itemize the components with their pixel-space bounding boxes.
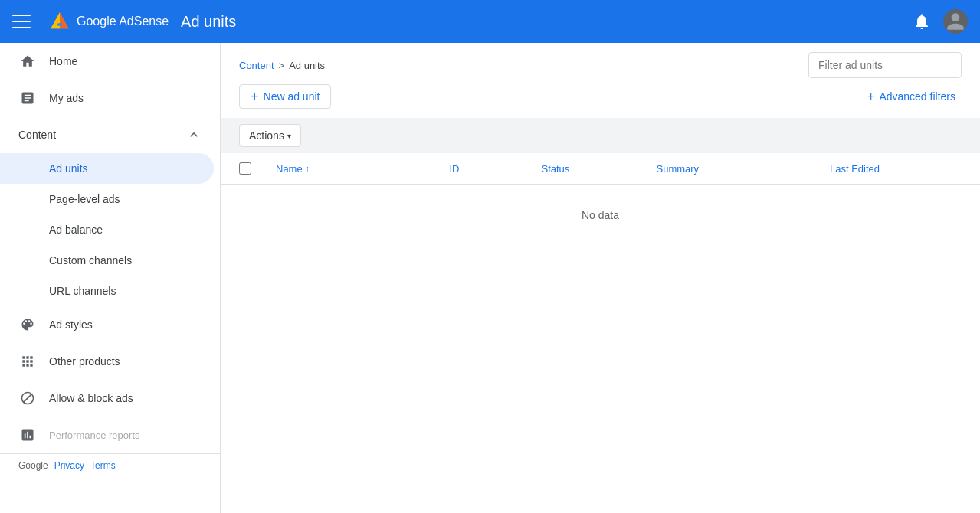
- table-header-status[interactable]: Status: [536, 153, 651, 184]
- my-ads-icon: [18, 89, 37, 107]
- actions-label: Actions: [249, 129, 284, 142]
- last-edited-column-label: Last Edited: [830, 163, 880, 175]
- sidebar-item-performance[interactable]: Performance reports: [0, 417, 214, 453]
- header-actions: [913, 9, 968, 34]
- sidebar-my-ads-label: My ads: [49, 92, 195, 104]
- breadcrumb: Content > Ad units: [239, 60, 325, 71]
- content-chevron-up-icon: [186, 127, 202, 142]
- user-avatar[interactable]: [943, 9, 968, 34]
- sidebar-home-label: Home: [49, 55, 195, 67]
- new-ad-unit-label: New ad unit: [264, 90, 320, 103]
- toolbar-left: + New ad unit: [239, 84, 331, 109]
- sidebar-page-level-label: Page-level ads: [49, 193, 120, 205]
- sidebar-item-url-channels[interactable]: URL channels: [0, 276, 214, 306]
- sidebar-item-ad-units[interactable]: Ad units: [0, 153, 214, 184]
- summary-column-label: Summary: [657, 163, 700, 175]
- sidebar: Home My ads Content Ad units Page-level …: [0, 43, 221, 513]
- notifications-icon[interactable]: [913, 12, 931, 31]
- ad-styles-icon: [18, 315, 37, 334]
- logo-container: Google AdSense: [43, 11, 181, 32]
- home-icon: [18, 52, 37, 70]
- logo-text: Google AdSense: [77, 15, 169, 28]
- footer-brand: Google: [18, 460, 48, 471]
- table-header-name[interactable]: Name ↑: [270, 153, 444, 184]
- table-header: Name ↑ ID Status Summary Last Edited: [221, 153, 980, 185]
- name-column-label: Name: [276, 163, 303, 175]
- page-title: Ad units: [181, 13, 913, 31]
- no-data-text: No data: [582, 209, 619, 221]
- sidebar-url-channels-label: URL channels: [49, 285, 116, 297]
- sidebar-ad-styles-label: Ad styles: [49, 319, 195, 331]
- table-body: No data: [221, 185, 980, 338]
- performance-icon: [18, 426, 37, 444]
- sidebar-custom-channels-label: Custom channels: [49, 254, 132, 266]
- breadcrumb-current: Ad units: [289, 60, 325, 71]
- sidebar-item-home[interactable]: Home: [0, 43, 214, 80]
- actions-bar: Actions ▾: [221, 118, 980, 153]
- name-sort-icon: ↑: [306, 164, 310, 173]
- table-header-summary[interactable]: Summary: [651, 153, 824, 184]
- sidebar-item-page-level-ads[interactable]: Page-level ads: [0, 184, 214, 214]
- actions-chevron-down-icon: ▾: [287, 132, 291, 140]
- allow-block-icon: [18, 389, 37, 407]
- table-header-last-edited[interactable]: Last Edited: [824, 153, 962, 184]
- content-area: Content > Ad units + New ad unit + Advan…: [221, 43, 980, 513]
- select-all-checkbox[interactable]: [239, 162, 251, 175]
- id-column-label: ID: [450, 163, 460, 175]
- plus-icon: +: [251, 90, 259, 103]
- top-header: Google AdSense Ad units: [0, 0, 980, 43]
- status-column-label: Status: [542, 163, 570, 175]
- sidebar-item-ad-balance[interactable]: Ad balance: [0, 214, 214, 245]
- sidebar-allow-block-label: Allow & block ads: [49, 392, 195, 404]
- sidebar-performance-label: Performance reports: [49, 430, 195, 441]
- actions-button[interactable]: Actions ▾: [239, 124, 301, 147]
- filter-input[interactable]: [808, 52, 962, 78]
- sidebar-item-my-ads[interactable]: My ads: [0, 80, 214, 116]
- breadcrumb-bar: Content > Ad units: [221, 43, 980, 78]
- table-header-id[interactable]: ID: [444, 153, 536, 184]
- no-data-message: No data: [221, 185, 980, 246]
- sidebar-content-label: Content: [18, 129, 56, 141]
- sidebar-item-other-products[interactable]: Other products: [0, 343, 214, 380]
- sidebar-ad-balance-label: Ad balance: [49, 224, 103, 236]
- sidebar-item-ad-styles[interactable]: Ad styles: [0, 306, 214, 343]
- advanced-filters-label: Advanced filters: [879, 90, 955, 103]
- advanced-filters-plus-icon: +: [867, 90, 874, 103]
- advanced-filters-button[interactable]: + Advanced filters: [861, 85, 962, 108]
- sidebar-item-custom-channels[interactable]: Custom channels: [0, 245, 214, 276]
- other-products-icon: [18, 352, 37, 371]
- footer-privacy-link[interactable]: Privacy: [54, 460, 84, 471]
- svg-rect-3: [57, 23, 63, 26]
- sidebar-content-section[interactable]: Content: [0, 116, 220, 153]
- table-header-checkbox[interactable]: [239, 153, 270, 184]
- sidebar-footer: Google Privacy Terms: [0, 453, 220, 477]
- hamburger-icon[interactable]: [12, 15, 31, 28]
- toolbar: + New ad unit + Advanced filters: [221, 78, 980, 118]
- sidebar-ad-units-label: Ad units: [49, 162, 88, 175]
- breadcrumb-separator: >: [279, 60, 285, 71]
- new-ad-unit-button[interactable]: + New ad unit: [239, 84, 331, 109]
- sidebar-other-products-label: Other products: [49, 355, 195, 368]
- svg-marker-1: [60, 12, 69, 28]
- svg-marker-2: [51, 12, 60, 28]
- table-container: Name ↑ ID Status Summary Last Edited: [221, 153, 980, 513]
- footer-terms-link[interactable]: Terms: [90, 460, 116, 471]
- sidebar-item-allow-block[interactable]: Allow & block ads: [0, 380, 214, 417]
- main-layout: Home My ads Content Ad units Page-level …: [0, 43, 980, 513]
- breadcrumb-parent[interactable]: Content: [239, 60, 274, 71]
